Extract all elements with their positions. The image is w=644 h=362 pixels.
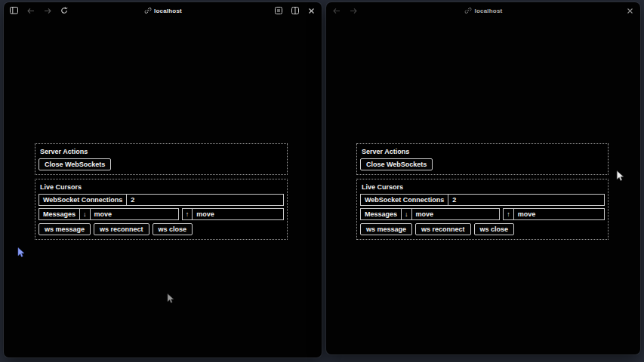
websocket-demo-app: Server Actions Close WebSockets Live Cur… (35, 143, 288, 244)
connections-label: WebSocket Connections (361, 195, 448, 205)
down-arrow-icon: ↓ (79, 209, 90, 219)
live-cursors-legend: Live Cursors (362, 183, 605, 191)
close-websockets-button[interactable]: Close WebSockets (360, 158, 433, 170)
server-actions-fieldset: Server Actions Close WebSockets (35, 143, 288, 175)
server-actions-fieldset: Server Actions Close WebSockets (356, 143, 609, 175)
connections-label: WebSocket Connections (39, 195, 126, 205)
page-content: Server Actions Close WebSockets Live Cur… (326, 19, 640, 354)
live-cursors-legend: Live Cursors (40, 183, 284, 191)
url-bar[interactable]: localhost (143, 7, 182, 15)
ws-buttons-row: ws message ws reconnect ws close (39, 223, 284, 235)
forward-icon[interactable] (349, 7, 357, 15)
server-actions-legend: Server Actions (362, 148, 605, 155)
sidebar-toggle-icon[interactable] (10, 7, 18, 15)
messages-down-value: move (90, 209, 178, 219)
connections-row: WebSocket Connections 2 (360, 194, 605, 206)
ws-reconnect-button[interactable]: ws reconnect (415, 223, 471, 235)
messages-up-value: move (513, 209, 604, 219)
titlebar: localhost (4, 2, 322, 19)
messages-up-value: move (192, 209, 283, 219)
ws-buttons-row: ws message ws reconnect ws close (360, 223, 605, 235)
split-view-icon[interactable] (291, 7, 299, 15)
messages-up-group: ↑ move (182, 208, 284, 220)
back-icon[interactable] (332, 7, 340, 15)
browser-window-left: localhost Server Actions Close WebSocket… (4, 2, 322, 357)
down-arrow-icon: ↓ (401, 209, 411, 219)
live-cursors-fieldset: Live Cursors WebSocket Connections 2 Mes… (356, 179, 609, 240)
reload-icon[interactable] (60, 7, 68, 15)
url-bar[interactable]: localhost (464, 7, 503, 15)
connections-value: 2 (448, 195, 604, 205)
titlebar-left-controls (10, 7, 68, 15)
websocket-demo-app: Server Actions Close WebSockets Live Cur… (356, 143, 609, 244)
titlebar: localhost (326, 2, 640, 19)
titlebar-left-controls (332, 7, 357, 15)
messages-down-group: Messages ↓ move (39, 208, 179, 220)
ws-reconnect-button[interactable]: ws reconnect (94, 223, 149, 235)
back-icon[interactable] (26, 7, 35, 15)
page-content: Server Actions Close WebSockets Live Cur… (4, 19, 322, 357)
browser-window-right: localhost Server Actions Close WebSocket… (326, 2, 640, 354)
messages-up-group: ↑ move (503, 208, 605, 220)
ws-message-button[interactable]: ws message (39, 223, 91, 235)
titlebar-right-controls (274, 7, 316, 15)
messages-down-group: Messages ↓ move (360, 208, 500, 220)
reader-view-icon[interactable] (274, 7, 282, 15)
close-icon[interactable] (307, 7, 316, 15)
messages-down-value: move (411, 209, 500, 219)
server-actions-legend: Server Actions (40, 148, 284, 155)
ws-close-button[interactable]: ws close (474, 223, 515, 235)
live-cursors-fieldset: Live Cursors WebSocket Connections 2 Mes… (35, 179, 288, 240)
close-icon[interactable] (626, 7, 634, 15)
connections-value: 2 (126, 195, 283, 205)
ws-message-button[interactable]: ws message (360, 223, 412, 235)
messages-label: Messages (39, 209, 79, 219)
messages-row: Messages ↓ move ↑ move (360, 208, 605, 220)
close-websockets-button[interactable]: Close WebSockets (39, 158, 111, 170)
messages-row: Messages ↓ move ↑ move (39, 208, 284, 220)
titlebar-right-controls (626, 7, 634, 15)
messages-label: Messages (361, 209, 401, 219)
link-icon (143, 7, 152, 15)
forward-icon[interactable] (43, 7, 51, 15)
up-arrow-icon: ↑ (504, 209, 513, 219)
url-text: localhost (475, 8, 503, 14)
url-text: localhost (154, 8, 182, 14)
up-arrow-icon: ↑ (183, 209, 193, 219)
ws-close-button[interactable]: ws close (153, 223, 193, 235)
link-icon (464, 7, 473, 15)
connections-row: WebSocket Connections 2 (39, 194, 284, 206)
